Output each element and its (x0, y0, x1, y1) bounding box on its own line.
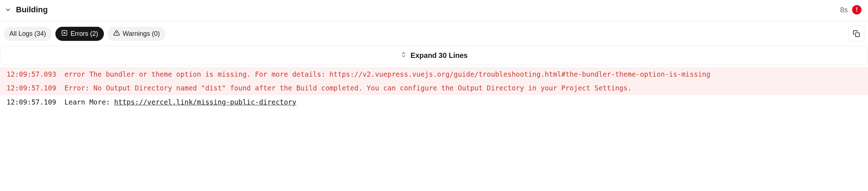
tab-label: All Logs (34) (9, 30, 46, 38)
log-line-info: 12:09:57.109 Learn More: https://vercel.… (0, 95, 868, 109)
expand-lines-button[interactable]: Expand 30 Lines (1, 46, 867, 65)
copy-button[interactable] (848, 26, 864, 42)
section-header: Building 8s ! (0, 0, 868, 21)
chevron-down-icon[interactable] (4, 5, 12, 14)
expand-icon (400, 51, 407, 60)
log-line-error: 12:09:57.109 Error: No Output Directory … (0, 81, 868, 95)
log-message: error The bundler or theme option is mis… (64, 69, 861, 80)
tab-label: Errors (2) (71, 30, 98, 38)
log-timestamp: 12:09:57.093 (7, 69, 64, 80)
warning-icon (113, 30, 120, 38)
log-message: Learn More: https://vercel.link/missing-… (64, 97, 861, 107)
error-icon (61, 30, 68, 38)
section-title: Building (16, 5, 48, 14)
learn-more-link[interactable]: https://vercel.link/missing-public-direc… (114, 98, 296, 106)
build-duration: 8s (840, 6, 848, 14)
tab-label: Warnings (0) (123, 30, 160, 38)
log-message: Error: No Output Directory named "dist" … (64, 82, 861, 93)
tab-all-logs[interactable]: All Logs (34) (4, 27, 52, 41)
log-timestamp: 12:09:57.109 (7, 82, 64, 93)
log-timestamp: 12:09:57.109 (7, 97, 64, 107)
log-filter-bar: All Logs (34) Errors (2) Warnings (0) (0, 21, 868, 46)
expand-label: Expand 30 Lines (410, 51, 468, 60)
status-badge-error: ! (852, 5, 861, 14)
tab-warnings[interactable]: Warnings (0) (108, 27, 165, 41)
tab-errors[interactable]: Errors (2) (55, 27, 104, 41)
svg-rect-5 (856, 33, 860, 37)
log-line-error: 12:09:57.093 error The bundler or theme … (0, 67, 868, 81)
log-output: 12:09:57.093 error The bundler or theme … (0, 67, 868, 109)
